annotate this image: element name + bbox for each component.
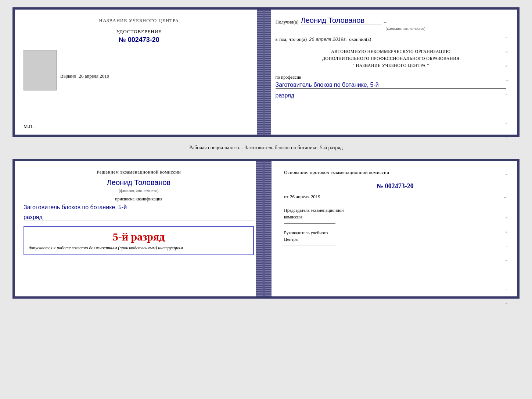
vydano-date: 26 апреля 2019 bbox=[79, 73, 109, 79]
poluchil-prefix: Получил(а) bbox=[276, 19, 299, 25]
vtom-date: 26 апреля 2019г. bbox=[309, 36, 347, 42]
fio-subtitle-top: (фамилия, имя, отчество) bbox=[305, 26, 507, 31]
vtom-prefix: в том, что он(а) bbox=[276, 36, 307, 42]
bottom-edge-dashes: –––иа←–––– bbox=[506, 172, 509, 305]
edge-dashes: ––иа←–––– bbox=[506, 21, 509, 139]
right-side-strip-left bbox=[265, 161, 272, 296]
rukovoditel-line1: Руководитель учебного bbox=[284, 229, 506, 236]
dopuskaetsya-prefix: допускается к bbox=[29, 245, 55, 250]
poluchil-line: Получил(а) Леонид Толованов – bbox=[276, 16, 507, 25]
bottom-cert-left: Решением экзаменационной комиссии Леонид… bbox=[15, 161, 264, 296]
predsedatel-block: Председатель экзаменационной комиссии bbox=[284, 207, 506, 220]
top-cert-left: НАЗВАНИЕ УЧЕБНОГО ЦЕНТРА УДОСТОВЕРЕНИЕ №… bbox=[15, 10, 265, 135]
left-side-strip-right bbox=[256, 161, 263, 296]
profession-bottom: Заготовитель блоков по ботанике, 5-й bbox=[24, 204, 254, 211]
vydano-label: Выдано bbox=[60, 73, 76, 79]
rukovoditel-block: Руководитель учебного Центра bbox=[284, 229, 506, 243]
photo-placeholder bbox=[24, 50, 57, 90]
dopuskaetsya-box: 5-й разряд допускается к работе согласно… bbox=[24, 226, 254, 255]
predsedatel-signature-line bbox=[284, 223, 335, 224]
dopuskaetsya-text: допускается к работе согласно должностны… bbox=[29, 245, 249, 251]
mp-label: М.П. bbox=[24, 124, 33, 129]
profession-top: Заготовитель блоков по ботанике, 5-й bbox=[276, 82, 507, 89]
cert-number: № 002473-20 bbox=[24, 36, 255, 44]
predsedatel-line1: Председатель экзаменационной bbox=[284, 207, 506, 214]
org-line3: " НАЗВАНИЕ УЧЕБНОГО ЦЕНТРА " bbox=[276, 62, 507, 69]
protocol-number: № 002473-20 bbox=[284, 182, 506, 190]
dopuskaetsya-detail: работе согласно должностным (производств… bbox=[57, 245, 183, 250]
bottom-certificate: Решением экзаменационной комиссии Леонид… bbox=[12, 159, 520, 299]
prisvoena-label: присвоена квалификация bbox=[24, 196, 254, 202]
org-line2: ДОПОЛНИТЕЛЬНОГО ПРОФЕССИОНАЛЬНОГО ОБРАЗО… bbox=[276, 55, 507, 62]
dash-after-name: – bbox=[384, 19, 387, 25]
predsedatel-line2: комиссии bbox=[284, 214, 506, 220]
po-professii-label: по профессии bbox=[276, 75, 507, 80]
big-razryad-text: 5-й разряд bbox=[29, 231, 249, 243]
okoncil-suffix: окончил(а) bbox=[349, 36, 371, 42]
rukovoditel-signature-line bbox=[284, 246, 335, 246]
bottom-cert-right: Основание: протокол экзаменационной коми… bbox=[264, 161, 517, 296]
org-line1: АВТОНОМНУЮ НЕКОММЕРЧЕСКУЮ ОРГАНИЗАЦИЮ bbox=[276, 48, 507, 55]
ot-date: 26 апреля 2019 bbox=[290, 194, 320, 200]
specialty-label: Рабочая специальность - Заготовитель бло… bbox=[189, 143, 342, 152]
training-center-title: НАЗВАНИЕ УЧЕБНОГО ЦЕНТРА bbox=[24, 18, 255, 24]
recipient-name-top: Леонид Толованов bbox=[301, 16, 382, 25]
top-certificate: НАЗВАНИЕ УЧЕБНОГО ЦЕНТРА УДОСТОВЕРЕНИЕ №… bbox=[12, 7, 520, 137]
recipient-name-bottom: Леонид Толованов bbox=[24, 178, 254, 187]
udostoverenie-label: УДОСТОВЕРЕНИЕ bbox=[24, 29, 255, 35]
osnovanie-text: Основание: протокол экзаменационной коми… bbox=[284, 168, 506, 177]
ot-line: от 26 апреля 2019 – bbox=[284, 194, 506, 200]
vtom-line: в том, что он(а) 26 апреля 2019г. окончи… bbox=[276, 36, 507, 42]
fio-subtitle-bottom: (фамилия, имя, отчество) bbox=[24, 189, 254, 193]
rukovoditel-line2: Центра bbox=[284, 236, 506, 243]
ot-prefix: от bbox=[284, 194, 288, 200]
top-cert-right: Получил(а) Леонид Толованов – (фамилия, … bbox=[265, 10, 518, 135]
razryad-top: разряд bbox=[276, 92, 507, 99]
resheniem-text: Решением экзаменационной комиссии bbox=[24, 168, 254, 176]
razryad-bottom: разряд bbox=[24, 214, 254, 221]
vydano-line: Выдано 26 апреля 2019 bbox=[24, 73, 255, 79]
org-block: АВТОНОМНУЮ НЕКОММЕРЧЕСКУЮ ОРГАНИЗАЦИЮ ДО… bbox=[276, 48, 507, 70]
